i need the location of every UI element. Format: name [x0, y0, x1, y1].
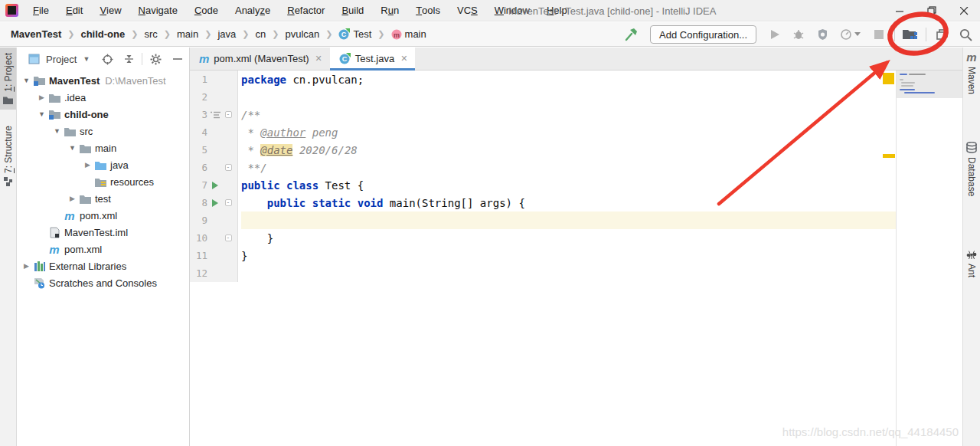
chevron-down-icon[interactable]: ▼ — [68, 144, 77, 152]
class-icon: C — [339, 53, 351, 64]
fold-marker-icon[interactable]: - — [223, 194, 234, 212]
menu-item-vcs[interactable]: VCS — [449, 0, 486, 21]
stripe-item-structure[interactable]: 7: Structure — [0, 120, 16, 192]
stripe-item-project[interactable]: 1: Project — [0, 48, 16, 110]
gear-icon[interactable] — [150, 54, 162, 65]
stripe-item-ant[interactable]: Ant — [963, 250, 980, 277]
chevron-right-icon[interactable]: ▶ — [83, 161, 92, 169]
code-editor[interactable]: 1package cn.pvulcan;23-/**4 * @author pe… — [190, 71, 896, 446]
run-gutter-icon[interactable] — [207, 176, 223, 194]
tree-row-test[interactable]: ▶test — [18, 190, 189, 207]
profiler-icon[interactable] — [838, 26, 864, 43]
restore-icon[interactable] — [916, 0, 948, 21]
menu-item-tools[interactable]: Tools — [407, 0, 449, 21]
editor-line-7[interactable]: 7public class Test { — [190, 176, 896, 194]
tree-row-child-one[interactable]: ▼child-one — [18, 106, 189, 123]
breadcrumb-separator: ❯ — [158, 29, 176, 39]
fold-marker-icon[interactable]: - — [223, 106, 234, 123]
chevron-right-icon[interactable]: ▶ — [68, 195, 77, 202]
gutter-spacer — [207, 229, 223, 247]
gutter-spacer — [207, 123, 223, 141]
right-tool-stripe: mMavenDatabaseAnt — [962, 48, 980, 446]
tree-row-scratches-and-consoles[interactable]: Scratches and Consoles — [18, 274, 189, 291]
chevron-right-icon[interactable]: ▶ — [38, 93, 46, 101]
fold-marker-icon[interactable]: - — [223, 159, 234, 176]
editor-line-2[interactable]: 2 — [190, 88, 896, 106]
tab-test-java[interactable]: CTest.java✕ — [330, 48, 416, 70]
run-gutter-icon[interactable] — [207, 194, 223, 212]
tree-row-pom-xml[interactable]: mpom.xml — [18, 241, 189, 257]
menu-item-build[interactable]: Build — [333, 0, 372, 21]
breadcrumb-item-pvulcan[interactable]: pvulcan — [284, 27, 320, 41]
breadcrumb-item-cn[interactable]: cn — [255, 27, 267, 41]
run-icon[interactable] — [766, 26, 783, 43]
editor-line-12[interactable]: 12 — [190, 264, 896, 282]
fold-marker-icon[interactable]: - — [223, 229, 234, 247]
menu-item-analyze[interactable]: Analyze — [227, 0, 279, 21]
stop-icon[interactable] — [871, 26, 887, 43]
tree-row--idea[interactable]: ▶.idea — [18, 89, 189, 106]
editor-line-4[interactable]: 4 * @author peng — [190, 123, 896, 141]
editor-line-11[interactable]: 11} — [190, 247, 896, 264]
inspection-status-icon[interactable] — [883, 73, 894, 84]
editor-line-1[interactable]: 1package cn.pvulcan; — [190, 71, 896, 88]
menu-item-file[interactable]: File — [24, 0, 57, 21]
fold-spacer — [223, 88, 234, 106]
tree-row-maventest-iml[interactable]: MavenTest.iml — [18, 224, 189, 241]
tab-close-icon[interactable]: ✕ — [315, 54, 322, 64]
breadcrumb-item-java[interactable]: java — [217, 27, 237, 41]
editor-line-5[interactable]: 5 * @date 2020/6/28 — [190, 141, 896, 159]
breadcrumb-item-main[interactable]: mmain — [390, 27, 427, 41]
tab-close-icon[interactable]: ✕ — [400, 54, 407, 64]
stripe-item-maven[interactable]: mMaven — [963, 52, 980, 94]
close-icon[interactable] — [948, 0, 980, 21]
tree-row-pom-xml[interactable]: mpom.xml — [18, 207, 189, 224]
breadcrumb-item-child-one[interactable]: child-one — [80, 27, 126, 41]
coverage-icon[interactable] — [814, 26, 831, 43]
chevron-down-icon[interactable]: ▼ — [53, 127, 61, 135]
chevron-right-icon[interactable]: ▶ — [22, 262, 31, 270]
search-everywhere-icon[interactable] — [957, 26, 974, 43]
breadcrumb-item-test[interactable]: CTest — [338, 27, 372, 41]
doc-gutter-icon[interactable] — [207, 106, 223, 123]
add-configuration-button[interactable]: Add Configuration... — [650, 25, 756, 44]
editor-line-8[interactable]: 8- public static void main(String[] args… — [190, 194, 896, 212]
tree-row-resources[interactable]: resources — [18, 173, 189, 190]
chevron-down-icon[interactable]: ▼ — [83, 55, 90, 63]
project-panel-title[interactable]: Project — [46, 54, 77, 65]
collapse-all-icon[interactable] — [124, 54, 134, 64]
minimap-line — [904, 92, 935, 93]
stripe-item-database[interactable]: Database — [963, 142, 980, 196]
editor-line-6[interactable]: 6- **/ — [190, 159, 896, 176]
tree-row-maventest[interactable]: ▼MavenTestD:\MavenTest — [18, 72, 189, 89]
tree-row-java[interactable]: ▶java — [18, 156, 189, 173]
code-minimap[interactable] — [897, 71, 963, 98]
warning-stripe-mark[interactable] — [883, 154, 895, 158]
hide-panel-icon[interactable] — [173, 57, 182, 61]
tree-row-src[interactable]: ▼src — [18, 123, 189, 139]
locate-icon[interactable] — [102, 54, 113, 65]
minimize-icon[interactable] — [884, 0, 916, 21]
tree-row-external-libraries[interactable]: ▶External Libraries — [18, 257, 189, 274]
editor-line-3[interactable]: 3-/** — [190, 106, 896, 123]
editor-line-9[interactable]: 9 — [190, 212, 896, 229]
menu-item-navigate[interactable]: Navigate — [130, 0, 186, 21]
maven-projects-icon[interactable] — [902, 26, 919, 43]
menu-item-code[interactable]: Code — [186, 0, 227, 21]
breadcrumb-item-src[interactable]: src — [143, 27, 158, 41]
tab-pom-xml-maventest-[interactable]: mpom.xml (MavenTest)✕ — [190, 48, 330, 70]
chevron-down-icon[interactable]: ▼ — [38, 110, 46, 118]
tree-row-main[interactable]: ▼main — [18, 139, 189, 156]
menu-item-refactor[interactable]: Refactor — [279, 0, 333, 21]
menu-item-edit[interactable]: Edit — [57, 0, 91, 21]
debug-icon[interactable] — [790, 26, 807, 43]
window-layout-icon[interactable] — [933, 26, 950, 43]
editor-line-10[interactable]: 10- } — [190, 229, 896, 247]
build-hammer-icon[interactable] — [623, 26, 640, 43]
menu-item-view[interactable]: View — [91, 0, 129, 21]
chevron-down-icon[interactable]: ▼ — [22, 77, 31, 84]
breadcrumb-item-maventest[interactable]: MavenTest — [10, 27, 62, 41]
breadcrumb-item-main[interactable]: main — [176, 27, 199, 41]
fold-spacer — [223, 212, 234, 229]
menu-item-run[interactable]: Run — [372, 0, 407, 21]
